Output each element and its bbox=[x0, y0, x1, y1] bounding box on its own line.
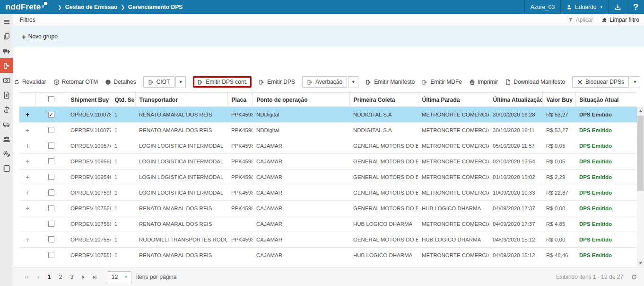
select-all-checkbox[interactable] bbox=[48, 96, 54, 102]
cell-primeira-coleta: GENERAL MOTORS DO BRASIL L... bbox=[349, 154, 418, 170]
refresh-icon[interactable] bbox=[631, 274, 637, 280]
toolbar-button-emitir-dps[interactable]: Emitir DPS bbox=[259, 79, 295, 85]
toolbar-button-ciot[interactable]: CIOT bbox=[143, 76, 175, 88]
sidebar-item-book[interactable] bbox=[0, 161, 13, 176]
toolbar-group-emitir-dps: Emitir DPS bbox=[259, 79, 295, 85]
column-header-placa[interactable]: Placa bbox=[227, 93, 252, 107]
table-row[interactable]: OPRDEV.1075601RENATO AMARAL DOS REISCAJA… bbox=[19, 216, 637, 232]
row-checkbox[interactable] bbox=[48, 252, 54, 258]
toolbar-button-retornar-otm[interactable]: Retornar OTM bbox=[53, 79, 98, 85]
toolbar-button-imprimir[interactable]: Imprimir bbox=[469, 79, 498, 85]
app-logo[interactable]: nddFrete bbox=[0, 0, 52, 14]
column-header-shipment-buy[interactable]: Shipment Buy bbox=[67, 93, 111, 107]
row-checkbox[interactable] bbox=[48, 127, 54, 133]
table-row[interactable]: +OPRDEV.1095651LOGIN LOGISTICA INTERMODA… bbox=[19, 154, 637, 170]
column-header-ponto-de-operacao[interactable]: Ponto de operação bbox=[252, 93, 349, 107]
table-row[interactable]: +OPRDEV.1095741LOGIN LOGISTICA INTERMODA… bbox=[19, 138, 637, 154]
cell-ponto-de-operacao: CAJAMAR bbox=[252, 201, 349, 216]
toolbar-dropdown-averbacao[interactable]: ▼ bbox=[348, 76, 358, 88]
expand-row-icon[interactable]: + bbox=[19, 138, 35, 154]
sidebar-item-truck[interactable] bbox=[0, 44, 13, 58]
toolbar-dropdown-ciot[interactable]: ▼ bbox=[175, 76, 186, 88]
column-header-transportador[interactable]: Transportador bbox=[135, 93, 227, 107]
clear-filter-button[interactable]: Limpar filtro bbox=[601, 17, 639, 23]
toolbar-button-averbacao[interactable]: Averbação bbox=[302, 76, 347, 88]
row-checkbox[interactable] bbox=[48, 143, 54, 149]
cell-qtd-sell: 1 bbox=[111, 216, 135, 232]
toolbar-button-revalidar[interactable]: Revalidar bbox=[14, 79, 46, 85]
cell-placa: PPK4598 bbox=[227, 263, 252, 268]
sidebar-item-menu[interactable] bbox=[0, 14, 13, 29]
expand-row-icon[interactable]: + bbox=[19, 170, 35, 185]
column-header-situacao-atual[interactable]: Situação Atual bbox=[575, 93, 637, 107]
table-row[interactable]: OPRDEV.1075551RENATO AMARAL DOS REISCAJA… bbox=[19, 248, 637, 263]
scroll-down-icon[interactable] bbox=[637, 259, 644, 267]
sidebar-item-money-refresh[interactable]: $ bbox=[0, 102, 13, 117]
page-numbers: 123 bbox=[44, 271, 78, 283]
table-row[interactable]: +✓OPRDEV.1100781RENATO AMARAL DOS REISPP… bbox=[19, 107, 637, 123]
new-group-button[interactable]: + Novo grupo bbox=[22, 33, 58, 40]
toolbar-button-bloquear-dpss[interactable]: Bloquear DPSs bbox=[572, 76, 629, 88]
expand-row-icon[interactable]: + bbox=[19, 185, 35, 201]
row-checkbox[interactable] bbox=[48, 221, 54, 227]
breadcrumb-item-gerenciamento[interactable]: Gerenciamento DPS bbox=[128, 4, 183, 10]
toolbar-button-emitir-dps-cont[interactable]: Emitir DPS cont. bbox=[193, 76, 252, 88]
sidebar-item-invoice[interactable]: $ bbox=[0, 88, 13, 102]
expand-row-icon[interactable]: + bbox=[19, 123, 35, 138]
toolbar-button-emitir-manifesto[interactable]: Emitir Manifesto bbox=[366, 79, 415, 85]
sidebar-item-copy[interactable] bbox=[0, 29, 13, 44]
column-header-ultima-parada[interactable]: Última Parada bbox=[418, 93, 489, 107]
last-page-button[interactable] bbox=[89, 271, 100, 283]
row-checkbox[interactable] bbox=[48, 174, 54, 180]
toolbar-button-detalhes[interactable]: Detalhes bbox=[105, 79, 136, 85]
page-size-select[interactable]: 12 ▼ bbox=[107, 271, 131, 283]
download-button[interactable] bbox=[608, 0, 627, 14]
help-button[interactable]: ? bbox=[627, 0, 644, 14]
previous-page-button[interactable] bbox=[32, 271, 44, 283]
table-row[interactable]: +OPRDEV.1075411LOGIN LOGISTICA INTERMODA… bbox=[19, 263, 637, 268]
column-header-primeira-coleta[interactable]: Primeira Coleta bbox=[349, 93, 418, 107]
first-page-button[interactable] bbox=[21, 271, 32, 283]
sidebar-item-truck-outline[interactable] bbox=[0, 117, 13, 132]
next-page-button[interactable] bbox=[78, 271, 89, 283]
toolbar-button-download-manifesto[interactable]: Download Manifesto bbox=[505, 79, 565, 85]
user-menu[interactable]: Eduardo ▾ bbox=[560, 0, 608, 14]
sidebar-item-gears[interactable] bbox=[0, 146, 13, 161]
page-button-3[interactable]: 3 bbox=[66, 271, 78, 283]
toolbar-button-label: Detalhes bbox=[113, 79, 136, 85]
row-checkbox[interactable]: ✓ bbox=[48, 112, 54, 118]
breadcrumb-item-gestao[interactable]: Gestão de Emissão bbox=[65, 4, 118, 10]
toolbar-group-revalidar: Revalidar bbox=[14, 79, 46, 85]
expand-row-icon[interactable]: + bbox=[19, 154, 35, 170]
sidebar-item-banknote[interactable] bbox=[0, 73, 13, 88]
column-header-ultima-atualizacao[interactable]: Última Atualização↓ bbox=[489, 93, 542, 107]
row-checkbox[interactable] bbox=[48, 205, 54, 211]
sidebar-item-emission[interactable] bbox=[0, 58, 13, 73]
expand-row-icon[interactable]: + bbox=[19, 201, 35, 216]
scrollbar-thumb[interactable] bbox=[637, 116, 644, 191]
cell-situacao-atual: DPS Emitido bbox=[575, 123, 637, 138]
page-button-1[interactable]: 1 bbox=[44, 271, 55, 283]
table-row[interactable]: +OPRDEV.1095461LOGIN LOGISTICA INTERMODA… bbox=[19, 170, 637, 185]
table-row[interactable]: +OPRDEV.1075591RENATO AMARAL DOS REISPPK… bbox=[19, 201, 637, 216]
row-checkbox[interactable] bbox=[48, 189, 54, 196]
row-checkbox[interactable] bbox=[48, 158, 54, 164]
expand-row-icon[interactable]: + bbox=[19, 107, 35, 123]
row-checkbox[interactable] bbox=[48, 236, 54, 242]
toolbar-button-emitir-mdfe[interactable]: Emitir MDFe bbox=[422, 79, 462, 85]
table-row[interactable]: +OPRDEV.1075541RODOMILLI TRANSPORTES ROD… bbox=[19, 232, 637, 248]
chevron-down-icon: ▾ bbox=[600, 5, 602, 9]
expand-row-icon[interactable]: + bbox=[19, 263, 35, 268]
table-row[interactable]: +OPRDEV.1075951LOGIN LOGISTICA INTERMODA… bbox=[19, 185, 637, 201]
apply-filter-button[interactable]: Aplicar bbox=[568, 17, 593, 23]
toolbar-dropdown-bloquear-dpss[interactable]: ▼ bbox=[630, 76, 640, 88]
sidebar-item-users[interactable] bbox=[0, 132, 13, 146]
page-button-2[interactable]: 2 bbox=[55, 271, 66, 283]
column-header-valor-buy[interactable]: Valor Buy bbox=[542, 93, 575, 107]
column-header-qtd-sell[interactable]: Qtd. Sell bbox=[111, 93, 135, 107]
expand-row-icon[interactable]: + bbox=[19, 232, 35, 248]
table-row[interactable]: +OPRDEV.1100771RENATO AMARAL DOS REISPPK… bbox=[19, 123, 637, 138]
vertical-scrollbar[interactable] bbox=[637, 107, 644, 267]
scroll-up-icon[interactable] bbox=[637, 107, 644, 114]
apply-filter-label: Aplicar bbox=[576, 17, 593, 23]
